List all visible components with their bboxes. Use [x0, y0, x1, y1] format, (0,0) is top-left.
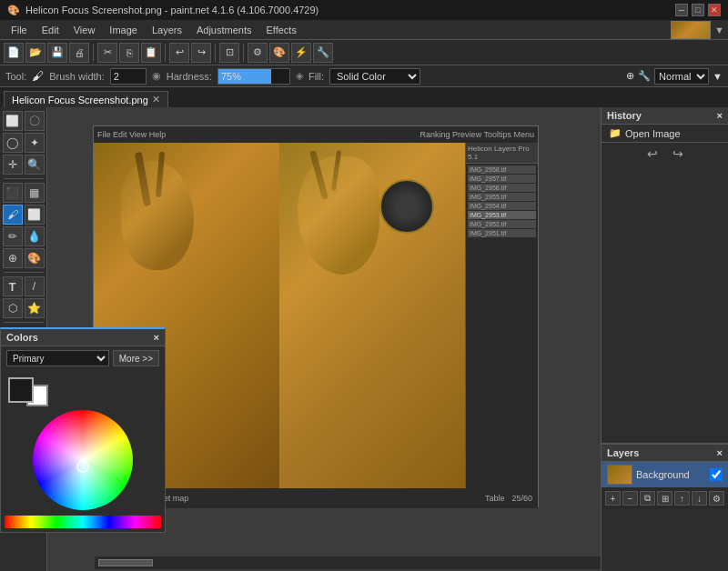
menu-effects[interactable]: Effects — [259, 23, 304, 37]
add-layer-button[interactable]: + — [605, 491, 621, 506]
inner-layer-8: IMG_2951.tif — [468, 229, 536, 237]
recolor-tool[interactable]: 🎨 — [25, 248, 45, 268]
print-button[interactable]: 🖨 — [69, 43, 89, 63]
redo-button[interactable]: ↪ — [191, 43, 211, 63]
history-close-button[interactable]: × — [717, 110, 723, 121]
effect-settings-button[interactable]: ⚡ — [291, 43, 311, 63]
copy-button[interactable]: ⎘ — [119, 43, 139, 63]
colors-more-button[interactable]: More >> — [113, 350, 159, 366]
blend-mode-area: ⊕ 🔧 Normal Multiply Screen ▼ — [626, 68, 723, 85]
ellipse-select-tool[interactable]: ◯ — [3, 133, 23, 153]
history-undo-redo: ↩ ↪ — [602, 142, 728, 165]
tool-separator-1 — [4, 178, 44, 179]
undo-history-button[interactable]: ↩ — [647, 146, 658, 161]
history-panel-header: History × — [602, 107, 728, 125]
paintbrush-tool[interactable]: 🖌 — [3, 205, 23, 225]
minimize-button[interactable]: ─ — [675, 4, 688, 16]
color-type-dropdown[interactable]: Primary Secondary — [6, 350, 109, 366]
rectangle-select-tool[interactable]: ⬜ — [3, 111, 23, 131]
merge-layer-button[interactable]: ⊞ — [657, 491, 672, 506]
current-tool-icon: 🖌 — [32, 69, 44, 83]
move-tool[interactable]: ✛ — [3, 155, 23, 175]
menu-image[interactable]: Image — [102, 23, 145, 37]
colors-controls: Primary Secondary More >> — [1, 346, 165, 370]
inner-layers-panel: Helicon Layers Pro 5.1 IMG_2958.tif IMG_… — [465, 143, 538, 488]
layers-title: Layers — [607, 447, 639, 458]
deselect-button[interactable]: ⊡ — [219, 43, 239, 63]
tab-label: Helicon Focus Screenshot.png — [12, 95, 148, 105]
fill-dropdown[interactable]: Solid Color Linear Gradient Radial Gradi… — [329, 68, 420, 85]
insect-eye — [379, 179, 434, 234]
hardness-input[interactable] — [217, 68, 290, 85]
inner-status-num: 25/60 — [511, 494, 532, 503]
canvas-tab-main[interactable]: Helicon Focus Screenshot.png ✕ — [4, 91, 168, 107]
freeform-tool[interactable]: ⭐ — [25, 298, 45, 318]
color-wheel-svg[interactable] — [33, 410, 133, 510]
history-item-open[interactable]: 📁 Open Image — [602, 125, 728, 142]
settings-button[interactable]: ⚙ — [248, 43, 268, 63]
layer-item-background[interactable]: Background — [602, 462, 728, 487]
menu-file[interactable]: File — [4, 23, 35, 37]
main-toolbar: 📄 📂 💾 🖨 ✂ ⎘ 📋 ↩ ↪ ⊡ ⚙ 🎨 ⚡ 🔧 — [0, 40, 728, 65]
pencil-tool[interactable]: ✏ — [3, 226, 23, 246]
clone-tool[interactable]: ⊕ — [3, 248, 23, 268]
paste-button[interactable]: 📋 — [141, 43, 161, 63]
layers-panel: Layers × Background + − ⧉ ⊞ ↑ ↓ ⚙ — [602, 444, 728, 571]
insect-head-right — [298, 156, 379, 275]
color-settings-button[interactable]: 🎨 — [269, 43, 289, 63]
primary-color-box[interactable] — [8, 377, 34, 403]
shapes-tool[interactable]: ⬡ — [3, 298, 23, 318]
canvas-thumbnail — [671, 21, 711, 39]
inner-layer-7: IMG_2952.tif — [468, 220, 536, 228]
toolbar-sep2 — [165, 44, 166, 62]
menu-layers[interactable]: Layers — [145, 23, 189, 37]
menu-adjustments[interactable]: Adjustments — [189, 23, 259, 37]
save-button[interactable]: 💾 — [47, 43, 67, 63]
layer-properties-button[interactable]: ⚙ — [709, 491, 724, 506]
toolbar-sep4 — [243, 44, 244, 62]
cut-button[interactable]: ✂ — [97, 43, 117, 63]
magic-wand-tool[interactable]: ✦ — [25, 133, 45, 153]
line-tool[interactable]: / — [25, 276, 45, 296]
open-button[interactable]: 📂 — [25, 43, 46, 63]
inner-status-table: Table — [485, 494, 505, 503]
maximize-button[interactable]: □ — [692, 4, 704, 16]
duplicate-layer-button[interactable]: ⧉ — [640, 491, 655, 506]
menu-edit[interactable]: Edit — [35, 23, 66, 37]
zoom-tool[interactable]: 🔍 — [25, 155, 45, 175]
tool-row-6: ✏ 💧 — [3, 226, 45, 246]
paintbucket-tool[interactable]: ⬛ — [3, 183, 23, 203]
plugin-button[interactable]: 🔧 — [313, 43, 333, 63]
tool-row-2: ◯ ✦ — [3, 133, 45, 153]
history-item-icon: 📁 — [609, 127, 622, 139]
layers-close-button[interactable]: × — [717, 447, 723, 458]
brush-width-input[interactable] — [110, 68, 147, 85]
new-button[interactable]: 📄 — [4, 43, 24, 63]
tool-row-3: ✛ 🔍 — [3, 155, 45, 175]
layer-down-button[interactable]: ↓ — [692, 491, 707, 506]
colors-close-button[interactable]: × — [154, 332, 159, 343]
tab-close-icon[interactable]: ✕ — [152, 94, 160, 105]
undo-button[interactable]: ↩ — [169, 43, 189, 63]
blend-mode-dropdown[interactable]: Normal Multiply Screen — [654, 68, 709, 85]
gradient-tool[interactable]: ▦ — [25, 183, 45, 203]
color-palette-strip[interactable] — [5, 516, 161, 528]
layer-up-button[interactable]: ↑ — [674, 491, 690, 506]
inner-layers-list: IMG_2958.tif IMG_2957.tif IMG_2956.tif I… — [466, 164, 538, 239]
eraser-tool[interactable]: ⬜ — [25, 205, 45, 225]
canvas-hscrollbar[interactable] — [95, 556, 601, 569]
color-wheel-hue[interactable] — [33, 410, 133, 510]
layer-visibility-checkbox[interactable] — [710, 468, 723, 481]
menu-view[interactable]: View — [66, 23, 103, 37]
redo-history-button[interactable]: ↪ — [672, 146, 683, 161]
text-tool[interactable]: T — [3, 276, 23, 296]
layers-toolbar: + − ⧉ ⊞ ↑ ↓ ⚙ — [602, 487, 728, 509]
blend-mode-icon: ⊕ — [626, 70, 634, 82]
close-button[interactable]: ✕ — [708, 4, 721, 16]
lasso-select-tool[interactable]: 〇 — [25, 111, 45, 131]
layer-thumbnail — [607, 465, 632, 485]
delete-layer-button[interactable]: − — [622, 491, 638, 506]
color-picker-tool[interactable]: 💧 — [25, 226, 45, 246]
title-bar: 🎨 Helicon Focus Screenshot.png - paint.n… — [0, 0, 728, 20]
tool-label: Tool: — [5, 71, 26, 82]
